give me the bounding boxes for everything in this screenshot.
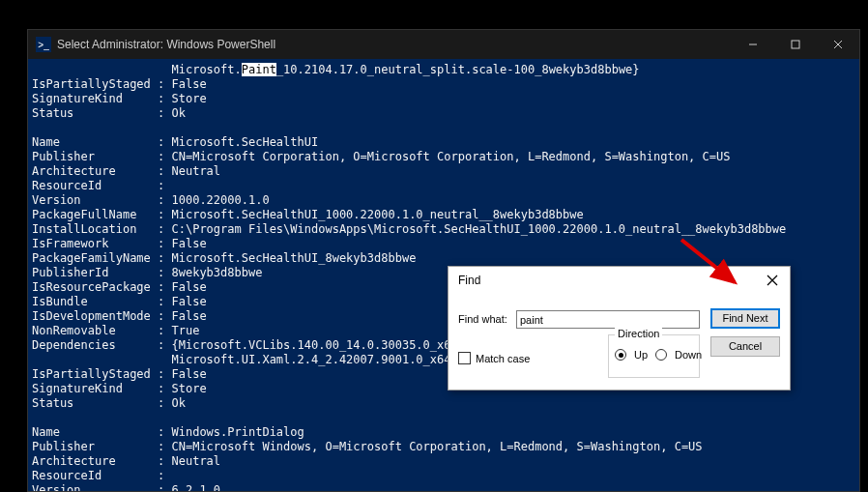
- direction-up-radio[interactable]: [615, 349, 626, 361]
- console-line: [32, 121, 859, 135]
- direction-up-label: Up: [634, 349, 648, 361]
- direction-legend: Direction: [615, 328, 662, 339]
- direction-down-radio[interactable]: [655, 349, 667, 361]
- console-line: IsPartiallyStaged : False: [32, 77, 859, 92]
- maximize-button[interactable]: [774, 30, 817, 59]
- window-title: Select Administrator: Windows PowerShell: [57, 38, 275, 51]
- cancel-button[interactable]: Cancel: [710, 336, 780, 357]
- console-line: Version : 1000.22000.1.0: [32, 193, 859, 208]
- console-line: Publisher : CN=Microsoft Corporation, O=…: [32, 150, 859, 164]
- close-icon[interactable]: [761, 271, 784, 290]
- find-input[interactable]: [516, 310, 700, 329]
- search-highlight: Paint: [242, 63, 276, 76]
- console-line: ResourceId :: [32, 469, 859, 483]
- console-line: Status : Ok: [32, 106, 859, 121]
- match-case-checkbox[interactable]: [458, 352, 471, 364]
- close-button[interactable]: [817, 30, 859, 59]
- find-next-button[interactable]: Find Next: [710, 308, 780, 329]
- console-line: Architecture : Neutral: [32, 164, 859, 179]
- minimize-button[interactable]: [732, 30, 774, 59]
- console-line: InstallLocation : C:\Program Files\Windo…: [32, 222, 859, 237]
- console-line: Status : Ok: [32, 396, 859, 411]
- find-title-text: Find: [458, 274, 761, 287]
- console-line: PackageFamilyName : Microsoft.SecHealthU…: [32, 251, 859, 266]
- console-line: Name : Windows.PrintDialog: [32, 425, 859, 440]
- console-line: IsFramework : False: [32, 237, 859, 251]
- console-line: Version : 6.2.1.0: [32, 483, 859, 491]
- find-what-label: Find what:: [458, 313, 507, 325]
- console-line: Microsoft.Paint_10.2104.17.0_neutral_spl…: [32, 63, 859, 77]
- console-line: ResourceId :: [32, 179, 859, 193]
- direction-down-label: Down: [675, 349, 702, 361]
- powershell-window: >_ Select Administrator: Windows PowerSh…: [27, 29, 860, 492]
- console-line: Publisher : CN=Microsoft Windows, O=Micr…: [32, 440, 859, 454]
- console-line: PackageFullName : Microsoft.SecHealthUI_…: [32, 208, 859, 222]
- match-case-label: Match case: [476, 353, 530, 364]
- console-line: SignatureKind : Store: [32, 92, 859, 106]
- svg-rect-1: [792, 41, 799, 48]
- console-line: Architecture : Neutral: [32, 454, 859, 469]
- console-line: Name : Microsoft.SecHealthUI: [32, 135, 859, 150]
- powershell-icon: >_: [36, 37, 51, 52]
- titlebar[interactable]: >_ Select Administrator: Windows PowerSh…: [28, 30, 859, 59]
- console-line: [32, 411, 859, 425]
- find-titlebar[interactable]: Find: [448, 267, 790, 294]
- find-dialog: Find Find what: Find Next Cancel Match c…: [448, 266, 791, 391]
- direction-group: Direction Up Down: [608, 334, 700, 378]
